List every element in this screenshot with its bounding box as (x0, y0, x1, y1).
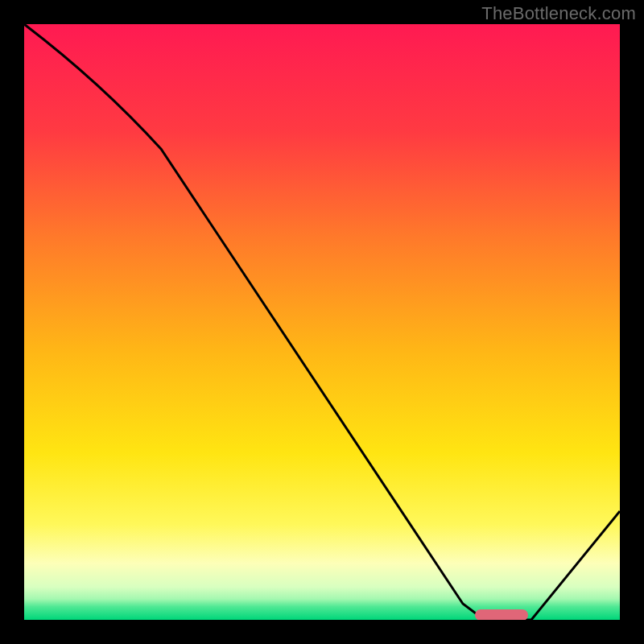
plot-area (24, 24, 620, 620)
optimal-range-marker (475, 609, 528, 620)
bottleneck-curve (24, 24, 620, 620)
chart-frame: TheBottleneck.com (0, 0, 644, 644)
curve-overlay (24, 24, 620, 620)
watermark-text: TheBottleneck.com (481, 3, 636, 24)
